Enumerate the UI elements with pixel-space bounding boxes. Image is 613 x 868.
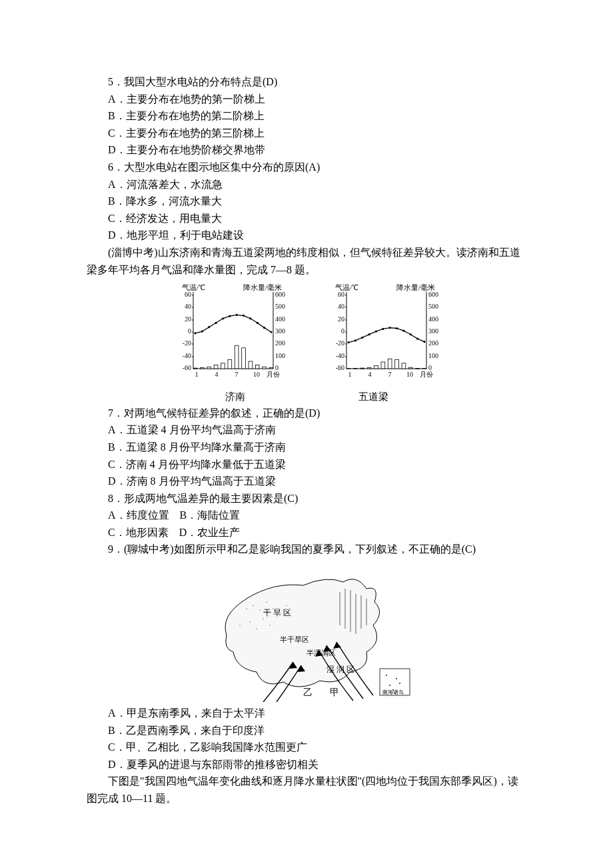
svg-point-115 <box>239 625 240 625</box>
intro-7-8: (淄博中考)山东济南和青海五道梁两地的纬度相似，但气候特征差异较大。读济南和五道… <box>87 244 526 278</box>
q6-opt-a: A．河流落差大，水流急 <box>87 176 526 193</box>
svg-text:月份: 月份 <box>420 371 433 378</box>
svg-text:600: 600 <box>275 291 285 298</box>
svg-text:7: 7 <box>388 371 392 378</box>
svg-text:20: 20 <box>338 315 344 323</box>
svg-text:10: 10 <box>253 371 260 378</box>
q5-opt-c: C．主要分布在地势的第三阶梯上 <box>87 125 526 142</box>
svg-text:干 旱 区: 干 旱 区 <box>263 608 291 617</box>
svg-text:60: 60 <box>185 291 191 298</box>
svg-rect-31 <box>201 368 205 369</box>
q6-opt-c: C．经济发达，用电量大 <box>87 210 526 227</box>
svg-rect-32 <box>207 367 211 369</box>
svg-text:月份: 月份 <box>267 371 280 378</box>
svg-text:-40: -40 <box>336 352 344 359</box>
svg-text:-20: -20 <box>336 339 344 347</box>
q5-opt-d: D．主要分布在地势阶梯交界地带 <box>87 141 526 159</box>
svg-text:400: 400 <box>275 315 285 323</box>
svg-rect-30 <box>193 368 197 369</box>
svg-rect-41 <box>269 368 273 369</box>
svg-point-106 <box>416 338 418 340</box>
svg-text:1: 1 <box>195 371 199 378</box>
svg-point-108 <box>246 608 247 609</box>
svg-point-101 <box>382 328 384 330</box>
svg-point-119 <box>286 605 287 605</box>
svg-point-105 <box>410 333 412 335</box>
svg-point-141 <box>399 683 400 683</box>
svg-text:40: 40 <box>338 303 344 310</box>
svg-text:南海诸岛: 南海诸岛 <box>382 689 404 695</box>
svg-point-107 <box>423 341 425 343</box>
svg-point-139 <box>396 678 396 679</box>
svg-point-50 <box>249 317 251 319</box>
q6-opt-d: D．地形平坦，利于电站建设 <box>87 227 526 244</box>
svg-rect-90 <box>388 359 392 369</box>
svg-point-45 <box>215 322 217 324</box>
q5-stem: 5．我国大型水电站的分布特点是(D) <box>87 73 526 91</box>
svg-text:0: 0 <box>341 327 344 335</box>
svg-point-102 <box>389 327 391 329</box>
q7-opt-d: D．济南 8 月份平均气温高于五道梁 <box>87 473 526 490</box>
svg-rect-88 <box>374 366 378 369</box>
q6-opt-b: B．降水多，河流水量大 <box>87 193 526 210</box>
q9-opt-b: B．乙是西南季风，来自于印度洋 <box>87 722 526 739</box>
svg-point-140 <box>389 685 390 685</box>
q8-stem: 8．形成两地气温差异的最主要因素是(C) <box>87 490 526 507</box>
svg-text:60: 60 <box>338 291 344 298</box>
q6-stem: 6．大型水电站在图示地区集中分布的原因(A) <box>87 159 526 176</box>
svg-text:-40: -40 <box>183 352 191 359</box>
svg-point-47 <box>229 315 231 317</box>
svg-point-51 <box>257 322 259 324</box>
svg-text:-20: -20 <box>183 339 191 347</box>
svg-point-96 <box>347 341 349 343</box>
svg-point-99 <box>368 333 370 335</box>
svg-point-113 <box>263 618 263 619</box>
svg-rect-33 <box>214 365 218 369</box>
svg-rect-87 <box>367 368 371 369</box>
svg-point-116 <box>256 628 257 629</box>
svg-text:300: 300 <box>428 327 438 335</box>
svg-point-103 <box>396 327 398 329</box>
svg-text:40: 40 <box>185 303 191 310</box>
svg-rect-94 <box>416 369 420 369</box>
svg-text:500: 500 <box>428 303 438 310</box>
q7-opt-a: A．五道梁 4 月份平均气温高于济南 <box>87 421 526 439</box>
chart-jinan: 气温/℃ 降水量/毫米 60 40 20 0 -20 -40 -60 <box>163 282 297 387</box>
svg-point-114 <box>249 621 250 622</box>
svg-point-53 <box>270 331 272 333</box>
svg-rect-36 <box>235 345 239 369</box>
svg-point-100 <box>375 331 377 333</box>
svg-rect-39 <box>255 365 259 369</box>
svg-text:7: 7 <box>235 371 239 378</box>
svg-point-111 <box>266 601 267 602</box>
svg-text:10: 10 <box>406 371 413 378</box>
svg-text:半干旱区: 半干旱区 <box>280 635 309 643</box>
svg-point-110 <box>259 609 260 610</box>
intro-10-11: 下图是"我国四地气温年变化曲线和逐月降水量柱状图"(四地均位于我国东部季风区)，… <box>87 773 526 807</box>
svg-text:500: 500 <box>275 303 285 310</box>
svg-point-52 <box>263 327 265 329</box>
svg-text:100: 100 <box>275 352 285 359</box>
q9-opt-c: C．甲、乙相比，乙影响我国降水范围更广 <box>87 739 526 756</box>
q5-opt-b: B．主要分布在地势的第二阶梯上 <box>87 107 526 125</box>
svg-text:4: 4 <box>368 371 372 378</box>
svg-text:0: 0 <box>188 327 191 335</box>
svg-text:20: 20 <box>185 315 191 323</box>
q9-opt-d: D．夏季风的进退与东部雨带的推移密切相关 <box>87 756 526 773</box>
svg-point-48 <box>236 314 238 316</box>
q9-stem: 9．(聊城中考)如图所示甲和乙是影响我国的夏季风，下列叙述，不正确的是(C) <box>87 541 526 558</box>
svg-text:600: 600 <box>428 291 438 298</box>
q7-stem: 7．对两地气候特征差异的叙述，正确的是(D) <box>87 405 526 422</box>
q8-opt-cd: C．地形因素 D．农业生产 <box>87 524 526 541</box>
svg-rect-92 <box>402 363 406 369</box>
svg-rect-93 <box>408 367 412 369</box>
svg-point-44 <box>208 326 210 328</box>
q7-opt-c: C．济南 4 月份平均降水量低于五道梁 <box>87 456 526 473</box>
svg-text:1: 1 <box>348 371 352 378</box>
q9-opt-a: A．甲是东南季风，来自于太平洋 <box>87 705 526 722</box>
svg-text:100: 100 <box>428 352 438 359</box>
svg-point-138 <box>386 675 386 675</box>
q8-opt-ab: A．纬度位置 B．海陆位置 <box>87 507 526 524</box>
caption-jinan: 济南 <box>225 389 245 405</box>
svg-rect-37 <box>242 348 246 369</box>
